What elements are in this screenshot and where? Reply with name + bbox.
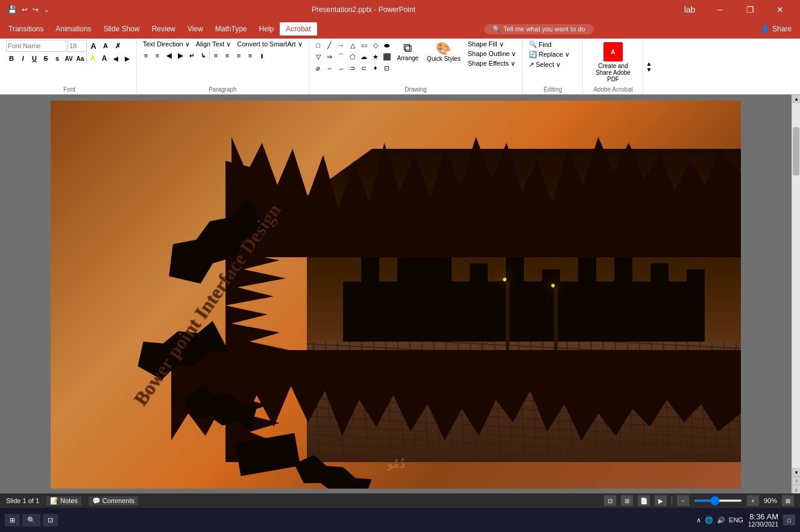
reading-view-btn[interactable]: 📄 [638,495,650,506]
quick-styles-btn[interactable]: 🎨 Quick Styles [423,40,464,63]
scroll-up-btn[interactable]: ▲ [792,95,800,103]
shape-rect-btn[interactable]: □ [313,40,324,51]
text-shadow-btn[interactable]: s [52,53,63,64]
close-btn[interactable]: ✕ [766,0,794,19]
font-size-increase-btn[interactable]: A [88,40,99,51]
shape-s6-btn[interactable]: ✦ [370,63,381,74]
menu-acrobat[interactable]: Acrobat [280,22,317,36]
find-btn[interactable]: 🔍 Find [526,40,572,49]
shape-s5-btn[interactable]: ⊂ [359,63,370,74]
menu-animations[interactable]: Animations [49,22,97,36]
notification-btn[interactable]: □ [783,515,795,525]
dec-indent-btn[interactable]: ◀ [163,50,174,61]
font-name-input[interactable] [6,40,66,52]
replace-btn[interactable]: 🔄 Replace ∨ [526,50,572,59]
align-right-btn[interactable]: ≡ [233,50,244,61]
scroll-up2-btn[interactable]: ↑ [792,477,800,485]
comments-btn[interactable]: 💬 Comments [89,496,138,505]
columns-btn[interactable]: ⫿ [256,50,267,61]
font-color-btn[interactable]: A [99,53,110,64]
zoom-slider[interactable] [694,499,742,502]
font-size-decrease-btn[interactable]: A [100,40,111,51]
arrow-left-btn[interactable]: ◀ [110,53,121,64]
shape-s4-btn[interactable]: ⊃ [347,63,358,74]
change-case-btn[interactable]: Aa [75,53,86,64]
minimize-btn[interactable]: ─ [706,0,734,19]
shape-star-btn[interactable]: ★ [370,51,381,62]
scroll-track[interactable] [792,103,800,468]
restore-btn[interactable]: ❐ [736,0,764,19]
bullets-btn[interactable]: ≡ [140,50,151,61]
taskview-btn[interactable]: ⊡ [43,514,58,527]
convert-smartart-btn[interactable]: Convert to SmartArt ∨ [235,40,304,49]
menu-slideshow[interactable]: Slide Show [98,22,146,36]
inc-indent-btn[interactable]: ▶ [175,50,186,61]
shape-effects-btn[interactable]: Shape Effects ∨ [465,59,519,68]
shape-s1-btn[interactable]: ⌀ [313,63,324,74]
clear-format-btn[interactable]: ✗ [112,40,123,51]
create-share-pdf-btn[interactable]: A Create and Share Adobe PDF [587,40,639,85]
scroll-down2-btn[interactable]: ↓ [792,485,800,493]
arrow-right-btn[interactable]: ▶ [122,53,133,64]
underline-btn[interactable]: U [29,53,40,64]
shape-cloud-btn[interactable]: ☁ [359,51,370,62]
strikethrough-btn[interactable]: S [40,53,51,64]
save-quick-btn[interactable]: 💾 [6,4,19,15]
arrange-btn[interactable]: ⧉ Arrange [394,40,423,63]
scroll-thumb[interactable] [793,127,799,175]
align-center-btn[interactable]: ≡ [222,50,233,61]
char-spacing-btn[interactable]: AV [63,53,74,64]
language-indicator[interactable]: ENG [729,516,743,524]
menu-transitions[interactable]: Transitions [2,22,49,36]
clock[interactable]: 8:36 AM 12/30/2021 [748,512,778,528]
normal-view-btn[interactable]: ⊡ [604,495,616,506]
redo-quick-btn[interactable]: ↪ [31,4,40,15]
zoom-in-btn[interactable]: + [747,495,759,506]
bold-btn[interactable]: B [6,53,17,64]
menu-review[interactable]: Review [146,22,181,36]
search-taskbar-btn[interactable]: 🔍 [22,514,40,527]
shape-more-btn[interactable]: ⬛ [382,51,392,62]
scroll-down-btn[interactable]: ▼ [792,468,800,477]
menu-help[interactable]: Help [253,22,280,36]
shape-triangle2-btn[interactable]: ▽ [313,51,324,62]
shape-diamond-btn[interactable]: ◇ [370,40,381,51]
shape-s3-btn[interactable]: ⌣ [336,63,347,74]
ltr-btn[interactable]: ↳ [198,50,209,61]
shape-fill-btn[interactable]: Shape Fill ∨ [465,40,519,49]
numbering-btn[interactable]: ≡ [152,50,163,61]
notes-btn[interactable]: 📝 Notes [46,496,81,505]
font-size-input[interactable] [68,40,87,52]
justify-btn[interactable]: ≡ [245,50,256,61]
shape-line-btn[interactable]: ╱ [324,40,335,51]
shape-arrow2-btn[interactable]: ⇒ [324,51,335,62]
start-btn[interactable]: ⊞ [5,514,20,527]
text-direction-btn[interactable]: Text Direction ∨ [140,40,192,49]
shape-triangle-btn[interactable]: △ [347,40,358,51]
shape-arrow-btn[interactable]: → [336,40,347,51]
shape-outline-btn[interactable]: Shape Outline ∨ [465,49,519,58]
slideshow-btn[interactable]: ▶ [655,495,667,506]
menu-view[interactable]: View [181,22,209,36]
select-btn[interactable]: ↗ Select ∨ [526,60,572,69]
italic-btn[interactable]: I [17,53,28,64]
align-text-btn[interactable]: Align Text ∨ [194,40,234,49]
menu-mathtype[interactable]: MathType [209,22,253,36]
shape-rounded-btn[interactable]: ▭ [359,40,370,51]
zoom-out-btn[interactable]: − [677,495,689,506]
slide-sorter-btn[interactable]: ⊞ [621,495,633,506]
fit-slide-btn[interactable]: ⊠ [782,495,794,506]
highlight-color-btn[interactable]: A [87,53,98,64]
shape-curve-btn[interactable]: ⌒ [336,51,347,62]
shape-expand-btn[interactable]: ⊡ [382,63,392,74]
shape-pentagon-btn[interactable]: ⬠ [347,51,358,62]
slide-canvas[interactable]: Bower point Interface Design دُمُو [51,101,741,489]
align-left-btn[interactable]: ≡ [210,50,221,61]
share-btn[interactable]: Share [772,25,792,33]
customize-quick-btn[interactable]: ⌄ [42,4,51,15]
rtl-btn[interactable]: ↵ [186,50,197,61]
ribbon-scroll-down-btn[interactable]: ▼ [646,67,652,73]
scrollbar-right[interactable]: ▲ ▼ ↑ ↓ [792,95,800,493]
shape-s2-btn[interactable]: ⌢ [324,63,335,74]
undo-quick-btn[interactable]: ↩ [20,4,30,15]
